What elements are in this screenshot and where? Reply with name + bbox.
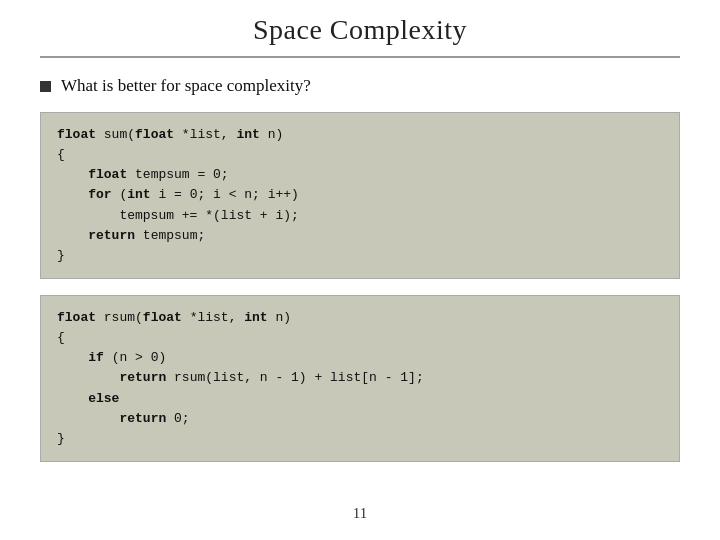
code-line: for (int i = 0; i < n; i++) — [57, 185, 663, 205]
code-block-1: float sum(float *list, int n) { float te… — [40, 112, 680, 279]
code-line: return tempsum; — [57, 226, 663, 246]
code-line: float sum(float *list, int n) — [57, 125, 663, 145]
code-line: float tempsum = 0; — [57, 165, 663, 185]
code-line: { — [57, 328, 663, 348]
page-number: 11 — [0, 505, 720, 522]
code-line: } — [57, 246, 663, 266]
code-line: else — [57, 389, 663, 409]
code-line: tempsum += *(list + i); — [57, 206, 663, 226]
bullet-icon — [40, 81, 51, 92]
question-line: What is better for space complexity? — [40, 76, 680, 96]
slide-title: Space Complexity — [253, 14, 467, 45]
code-line: if (n > 0) — [57, 348, 663, 368]
title-area: Space Complexity — [40, 0, 680, 58]
code-line: return rsum(list, n - 1) + list[n - 1]; — [57, 368, 663, 388]
code-line: } — [57, 429, 663, 449]
question-text: What is better for space complexity? — [61, 76, 311, 96]
code-line: float rsum(float *list, int n) — [57, 308, 663, 328]
code-block-2: float rsum(float *list, int n) { if (n >… — [40, 295, 680, 462]
code-line: { — [57, 145, 663, 165]
slide-container: Space Complexity What is better for spac… — [0, 0, 720, 540]
code-line: return 0; — [57, 409, 663, 429]
